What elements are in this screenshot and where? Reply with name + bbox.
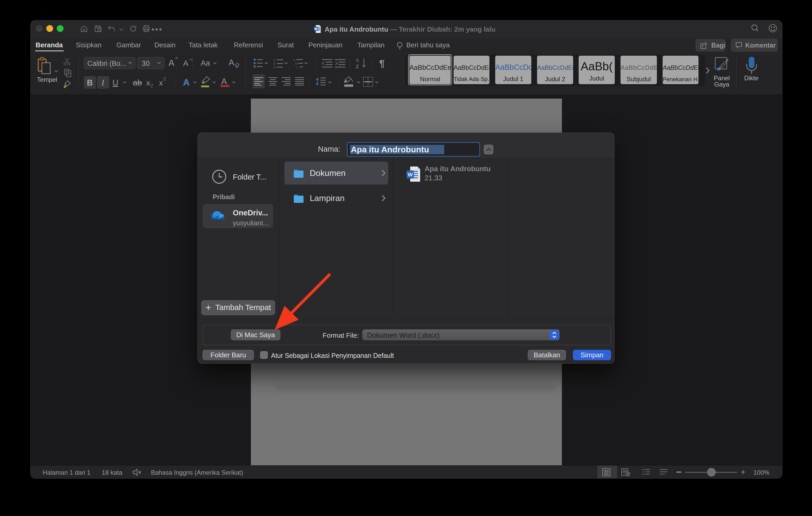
svg-text:2: 2 (273, 62, 275, 66)
svg-text:3: 3 (273, 65, 275, 69)
svg-text:i: i (297, 65, 298, 69)
svg-text:Z: Z (356, 64, 359, 69)
svg-text:A: A (356, 58, 359, 63)
svg-text:W: W (408, 172, 413, 178)
svg-text:W: W (314, 27, 318, 31)
svg-text:a: a (295, 62, 297, 65)
svg-text:1: 1 (273, 58, 275, 62)
svg-text:1: 1 (293, 58, 295, 62)
